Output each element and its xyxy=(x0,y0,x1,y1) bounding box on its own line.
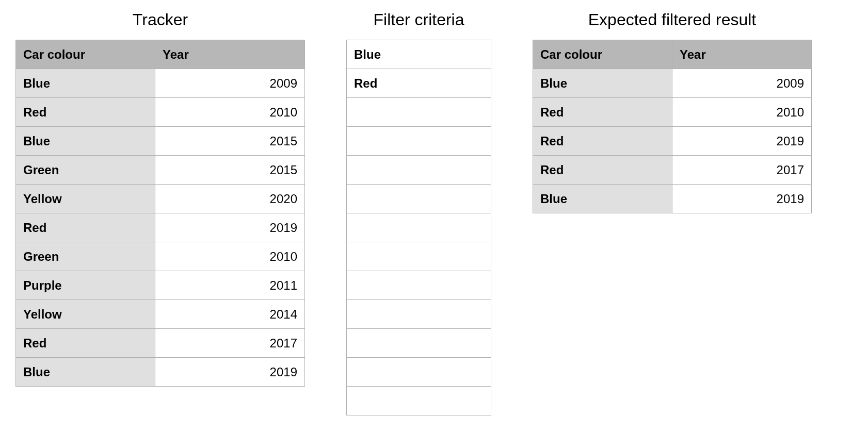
table-row: Red2010 xyxy=(16,98,305,127)
criteria-cell xyxy=(347,358,491,387)
tracker-row-year: 2010 xyxy=(155,98,305,127)
tracker-title: Tracker xyxy=(133,10,188,29)
tracker-row-year: 2019 xyxy=(155,213,305,242)
result-row-year: 2009 xyxy=(672,69,812,98)
tracker-row-year: 2010 xyxy=(155,242,305,271)
table-row xyxy=(347,213,491,242)
criteria-cell xyxy=(347,127,491,156)
result-row-colour: Blue xyxy=(533,69,672,98)
table-row: Red xyxy=(347,69,491,98)
result-header-year: Year xyxy=(672,40,812,69)
criteria-cell xyxy=(347,213,491,242)
table-row: Blue xyxy=(347,40,491,69)
table-row: Yellow2020 xyxy=(16,185,305,213)
tracker-row-colour: Yellow xyxy=(16,185,155,213)
result-row-year: 2019 xyxy=(672,185,812,213)
tracker-row-year: 2009 xyxy=(155,69,305,98)
result-section: Expected filtered result Car colour Year… xyxy=(533,10,812,213)
result-row-year: 2017 xyxy=(672,156,812,185)
table-row xyxy=(347,98,491,127)
table-row: Red2017 xyxy=(16,329,305,358)
criteria-table: BlueRed xyxy=(346,40,491,415)
criteria-section: Filter criteria BlueRed xyxy=(346,10,491,415)
table-row xyxy=(347,242,491,271)
tracker-row-year: 2019 xyxy=(155,358,305,387)
criteria-cell xyxy=(347,329,491,358)
table-row: Green2015 xyxy=(16,156,305,185)
table-row xyxy=(347,329,491,358)
tracker-row-year: 2014 xyxy=(155,300,305,329)
table-row xyxy=(347,156,491,185)
tracker-header-year: Year xyxy=(155,40,305,69)
table-row xyxy=(347,300,491,329)
tracker-row-colour: Blue xyxy=(16,358,155,387)
table-row: Yellow2014 xyxy=(16,300,305,329)
table-row: Blue2019 xyxy=(16,358,305,387)
tracker-row-year: 2011 xyxy=(155,271,305,300)
result-header-colour: Car colour xyxy=(533,40,672,69)
criteria-cell: Blue xyxy=(347,40,491,69)
result-row-colour: Red xyxy=(533,156,672,185)
criteria-cell xyxy=(347,242,491,271)
tracker-row-colour: Green xyxy=(16,242,155,271)
criteria-title: Filter criteria xyxy=(373,10,464,29)
tracker-row-colour: Red xyxy=(16,213,155,242)
criteria-cell xyxy=(347,156,491,185)
table-row: Blue2019 xyxy=(533,185,812,213)
criteria-cell: Red xyxy=(347,69,491,98)
tracker-row-year: 2015 xyxy=(155,127,305,156)
tracker-row-colour: Yellow xyxy=(16,300,155,329)
tracker-row-year: 2015 xyxy=(155,156,305,185)
tracker-row-colour: Green xyxy=(16,156,155,185)
result-row-colour: Red xyxy=(533,98,672,127)
table-row: Red2019 xyxy=(16,213,305,242)
result-row-year: 2019 xyxy=(672,127,812,156)
result-table: Car colour Year Blue2009Red2010Red2019Re… xyxy=(533,40,812,213)
criteria-cell xyxy=(347,387,491,415)
criteria-cell xyxy=(347,271,491,300)
tracker-row-year: 2020 xyxy=(155,185,305,213)
criteria-cell xyxy=(347,300,491,329)
table-row xyxy=(347,387,491,415)
result-row-colour: Blue xyxy=(533,185,672,213)
table-row: Blue2009 xyxy=(16,69,305,98)
table-row xyxy=(347,271,491,300)
result-row-colour: Red xyxy=(533,127,672,156)
tracker-row-colour: Purple xyxy=(16,271,155,300)
result-row-year: 2010 xyxy=(672,98,812,127)
table-row xyxy=(347,185,491,213)
criteria-cell xyxy=(347,185,491,213)
table-row xyxy=(347,127,491,156)
tracker-row-year: 2017 xyxy=(155,329,305,358)
tracker-row-colour: Blue xyxy=(16,127,155,156)
table-row: Blue2015 xyxy=(16,127,305,156)
table-row: Red2019 xyxy=(533,127,812,156)
tracker-row-colour: Blue xyxy=(16,69,155,98)
table-row: Purple2011 xyxy=(16,271,305,300)
table-row: Blue2009 xyxy=(533,69,812,98)
result-title: Expected filtered result xyxy=(588,10,757,29)
tracker-table: Car colour Year Blue2009Red2010Blue2015G… xyxy=(15,40,305,387)
tracker-row-colour: Red xyxy=(16,98,155,127)
tracker-row-colour: Red xyxy=(16,329,155,358)
table-row: Green2010 xyxy=(16,242,305,271)
table-row xyxy=(347,358,491,387)
table-row: Red2010 xyxy=(533,98,812,127)
table-row: Red2017 xyxy=(533,156,812,185)
tracker-header-colour: Car colour xyxy=(16,40,155,69)
tracker-section: Tracker Car colour Year Blue2009Red2010B… xyxy=(15,10,305,387)
criteria-cell xyxy=(347,98,491,127)
